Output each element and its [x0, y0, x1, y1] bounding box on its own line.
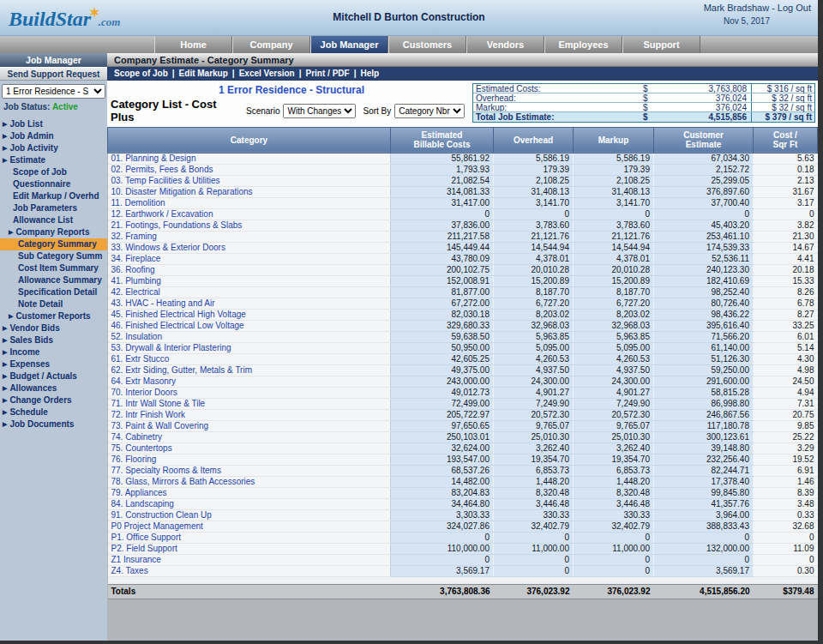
- category-cell[interactable]: 77. Specialty Rooms & Items: [108, 465, 391, 476]
- category-cell[interactable]: 46. Finished Electrical Low Voltage: [108, 320, 391, 331]
- category-cell[interactable]: 73. Paint & Wall Covering: [108, 420, 391, 431]
- category-cell[interactable]: 64. Extr Masonry: [108, 376, 391, 387]
- sidebar-item-job-admin[interactable]: ▶Job Admin: [0, 130, 107, 142]
- sidebar-item-job-parameters[interactable]: Job Parameters: [0, 202, 107, 214]
- value-cell: 32,402.79: [494, 521, 574, 532]
- category-cell[interactable]: 52. Insulation: [108, 331, 391, 342]
- sidebar-item-category-summary[interactable]: Category Summary: [0, 238, 107, 250]
- sidebar-item-expenses[interactable]: ▶Expenses: [0, 358, 107, 370]
- table-row: 76. Flooring193,547.0019,354.7019,354.70…: [108, 454, 818, 465]
- category-cell[interactable]: 10. Disaster Mitigation & Reparations: [108, 186, 391, 197]
- sidebar-item-schedule[interactable]: ▶Schedule: [0, 406, 107, 418]
- summary-dollar-sign: $: [643, 112, 660, 122]
- tab-job-manager[interactable]: Job Manager: [310, 36, 388, 53]
- sortby-select[interactable]: Category Nbr: [394, 104, 465, 118]
- toolbar-link-print-pdf[interactable]: Print / PDF: [306, 69, 350, 78]
- sidebar-item-vendor-bids[interactable]: ▶Vendor Bids: [0, 322, 107, 334]
- value-cell: 67,272.00: [391, 298, 494, 309]
- sidebar-item-sub-category-summ[interactable]: Sub Category Summ: [0, 250, 107, 262]
- toolbar-link-help[interactable]: Help: [360, 69, 379, 78]
- nav-tabs: HomeCompanyJob ManagerCustomersVendorsEm…: [154, 36, 700, 53]
- sidebar-item-sales-bids[interactable]: ▶Sales Bids: [0, 334, 107, 346]
- category-cell[interactable]: 03. Temp Facilities & Utilities: [108, 175, 391, 186]
- sidebar-item-job-documents[interactable]: ▶Job Documents: [0, 418, 107, 430]
- category-cell[interactable]: 79. Appliances: [108, 487, 391, 498]
- sidebar-item-allowances[interactable]: ▶Allowances: [0, 382, 107, 394]
- value-cell: 6,727.20: [574, 298, 654, 309]
- value-cell: 3,141.70: [494, 197, 574, 208]
- tab-home[interactable]: Home: [154, 36, 232, 53]
- sidebar-item-scope-of-job[interactable]: Scope of Job: [0, 166, 107, 178]
- category-cell[interactable]: 75. Countertops: [108, 442, 391, 454]
- category-cell[interactable]: 01. Planning & Design: [108, 153, 391, 164]
- value-cell: 6,853.73: [494, 465, 574, 476]
- sidebar-item-edit-markup-overhd[interactable]: Edit Markup / Overhd: [0, 190, 107, 202]
- category-cell[interactable]: 78. Glass, Mirrors & Bath Accessories: [108, 476, 391, 487]
- category-cell[interactable]: 62. Extr Siding, Gutter, Metals & Trim: [108, 364, 391, 376]
- category-cell[interactable]: 74. Cabinetry: [108, 431, 391, 442]
- category-cell[interactable]: P2. Field Support: [108, 543, 391, 554]
- category-cell[interactable]: 12. Earthwork / Excavation: [108, 208, 391, 220]
- category-cell[interactable]: 33. Windows & Exterior Doors: [108, 242, 391, 253]
- tab-vendors[interactable]: Vendors: [466, 36, 544, 53]
- category-cell[interactable]: 72. Intr Finish Work: [108, 409, 391, 420]
- sidebar-item-job-activity[interactable]: ▶Job Activity: [0, 142, 107, 154]
- logout-link[interactable]: Log Out: [778, 3, 811, 13]
- value-cell: 25.22: [754, 431, 818, 442]
- sidebar-item-budget-actuals[interactable]: ▶Budget / Actuals: [0, 370, 107, 382]
- sidebar-item-job-list[interactable]: ▶Job List: [0, 118, 107, 130]
- value-cell: 4,937.50: [494, 364, 574, 376]
- tab-customers[interactable]: Customers: [388, 36, 466, 53]
- sidebar-item-customer-reports[interactable]: ▶Customer Reports: [0, 310, 107, 322]
- sidebar-item-estimate[interactable]: ▶Estimate: [0, 154, 107, 166]
- category-cell[interactable]: 21. Footings, Foundations & Slabs: [108, 220, 391, 231]
- value-cell: 43,780.09: [391, 253, 494, 264]
- category-cell[interactable]: Z1 Insurance: [108, 554, 391, 565]
- sidebar-item-note-detail[interactable]: Note Detail: [0, 298, 107, 310]
- category-cell[interactable]: 84. Landscaping: [108, 498, 391, 509]
- category-cell[interactable]: 53. Drywall & Interior Plastering: [108, 342, 391, 353]
- category-cell[interactable]: 91. Construction Clean Up: [108, 509, 391, 521]
- job-selector[interactable]: 1 Error Residence - S: [2, 84, 105, 99]
- sidebar-item-specification-detail[interactable]: Specification Detail: [0, 286, 107, 298]
- category-cell[interactable]: 42. Electrical: [108, 286, 391, 298]
- category-cell[interactable]: 61. Extr Stucco: [108, 353, 391, 364]
- category-cell[interactable]: 11. Demolition: [108, 197, 391, 208]
- sidebar-item-income[interactable]: ▶Income: [0, 346, 107, 358]
- category-cell[interactable]: Z4. Taxes: [108, 565, 391, 576]
- sidebar-item-questionnaire[interactable]: Questionnaire: [0, 178, 107, 190]
- sidebar-item-allowance-summary[interactable]: Allowance Summary: [0, 274, 107, 286]
- scenario-select[interactable]: With Changes: [283, 104, 356, 118]
- sidebar-item-company-reports[interactable]: ▶Company Reports: [0, 226, 107, 238]
- value-cell: 49,375.00: [391, 364, 494, 376]
- send-support-request-button[interactable]: Send Support Request: [0, 67, 107, 81]
- tab-company[interactable]: Company: [232, 36, 310, 53]
- category-cell[interactable]: 45. Finished Electrical High Voltage: [108, 309, 391, 320]
- category-cell[interactable]: 36. Roofing: [108, 264, 391, 275]
- sidebar-item-change-orders[interactable]: ▶Change Orders: [0, 394, 107, 406]
- category-cell[interactable]: P0 Project Management: [108, 521, 391, 532]
- value-cell: 21,121.76: [574, 231, 654, 242]
- sidebar-title: Job Manager: [0, 53, 107, 67]
- category-cell[interactable]: 76. Flooring: [108, 454, 391, 465]
- tab-support[interactable]: Support: [622, 36, 700, 53]
- summary-label: Overhead:: [473, 93, 643, 102]
- value-cell: 32,402.79: [574, 521, 654, 532]
- toolbar-link-excel-version[interactable]: Excel Version: [239, 69, 295, 78]
- table-row: 10. Disaster Mitigation & Reparations314…: [108, 186, 818, 197]
- value-cell: 8,203.02: [574, 309, 654, 320]
- category-cell[interactable]: 43. HVAC - Heating and Air: [108, 298, 391, 309]
- sidebar-item-cost-item-summary[interactable]: Cost Item Summary: [0, 262, 107, 274]
- toolbar-link-scope-of-job[interactable]: Scope of Job: [114, 69, 168, 78]
- category-cell[interactable]: 41. Plumbing: [108, 275, 391, 286]
- category-cell[interactable]: 02. Permits, Fees & Bonds: [108, 164, 391, 175]
- category-cell[interactable]: 70. Interior Doors: [108, 387, 391, 398]
- category-cell[interactable]: P1. Office Support: [108, 532, 391, 543]
- category-cell[interactable]: 34. Fireplace: [108, 253, 391, 264]
- category-cell[interactable]: 32. Framing: [108, 231, 391, 242]
- tab-employees[interactable]: Employees: [544, 36, 622, 53]
- toolbar-link-edit-markup[interactable]: Edit Markup: [179, 69, 228, 78]
- value-cell: 0: [494, 532, 574, 543]
- sidebar-item-allowance-list[interactable]: Allowance List: [0, 214, 107, 226]
- category-cell[interactable]: 71. Intr Wall Stone & Tile: [108, 398, 391, 409]
